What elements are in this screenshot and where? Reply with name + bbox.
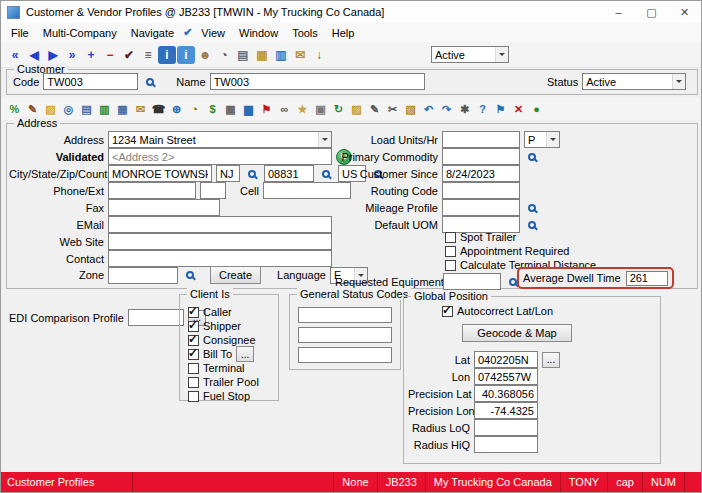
copy-icon[interactable]: ▦ [253, 46, 271, 64]
fax-input[interactable] [108, 199, 220, 216]
load-units-unit-select[interactable]: P [524, 131, 560, 148]
add-contact-icon[interactable]: ☻ [196, 46, 214, 64]
percent-icon[interactable]: % [6, 101, 23, 118]
delete-record-icon[interactable]: − [101, 46, 119, 64]
last-record-icon[interactable]: » [63, 46, 81, 64]
terminal-checkbox[interactable]: Terminal [188, 361, 276, 375]
paste-icon[interactable]: ▧ [402, 101, 419, 118]
settings-icon[interactable]: ✱ [456, 101, 473, 118]
shipper-checkbox[interactable]: Shipper [188, 319, 276, 333]
customer-since-input[interactable] [442, 165, 520, 182]
phone-ext-input[interactable] [200, 182, 226, 199]
name-input[interactable] [210, 73, 425, 90]
prev-record-icon[interactable]: ◀ [25, 46, 43, 64]
phone-input[interactable] [108, 182, 196, 199]
bill-to-checkbox[interactable]: Bill To ... [188, 347, 276, 361]
signature-icon[interactable]: ✎ [24, 101, 41, 118]
email-input[interactable] [108, 216, 332, 233]
contact-input[interactable] [108, 250, 332, 267]
menu-file[interactable]: File [4, 25, 36, 41]
list-icon[interactable]: ≡ [139, 46, 157, 64]
checkbox[interactable] [188, 391, 199, 402]
menu-help[interactable]: Help [325, 25, 362, 41]
maximize-button[interactable]: ▢ [635, 1, 668, 23]
zone-input[interactable] [108, 267, 178, 284]
close-button[interactable]: ✕ [668, 1, 701, 23]
checkbox[interactable] [188, 335, 199, 346]
info-icon[interactable]: i [158, 46, 176, 64]
globe-icon[interactable]: ⊕ [168, 101, 185, 118]
edi-comparison-input[interactable] [128, 309, 184, 326]
autocorrect-latlon-checkbox[interactable]: Autocorrect Lat/Lon [442, 305, 553, 317]
lock-icon[interactable]: ▣ [312, 101, 329, 118]
zip-input[interactable] [264, 165, 314, 182]
cut-icon[interactable]: ✂ [384, 101, 401, 118]
checkbox[interactable] [445, 260, 456, 271]
checkbox[interactable] [445, 232, 456, 243]
bill-to-ellipsis-button[interactable]: ... [236, 346, 254, 362]
menu-window[interactable]: Window [232, 25, 285, 41]
precision-lon-input[interactable] [474, 402, 538, 419]
mileage-profile-lookup-icon[interactable] [524, 200, 540, 216]
radius-loq-input[interactable] [474, 419, 538, 436]
record-status-filter[interactable]: Active [431, 46, 509, 63]
default-uom-lookup-icon[interactable] [524, 217, 540, 233]
export-icon[interactable]: ↓ [310, 46, 328, 64]
save-record-icon[interactable]: ✔ [120, 46, 138, 64]
load-units-input[interactable] [442, 131, 520, 148]
lat-ellipsis-button[interactable]: ... [542, 352, 560, 368]
state-input[interactable] [216, 165, 240, 182]
code-input[interactable] [43, 73, 138, 90]
checkbox[interactable] [445, 246, 456, 257]
radius-hiq-input[interactable] [474, 436, 538, 453]
ledger-icon[interactable]: ▥ [96, 101, 113, 118]
address-select[interactable]: 1234 Main Street [108, 131, 332, 148]
primary-commodity-input[interactable] [442, 148, 520, 165]
lon-input[interactable] [474, 368, 538, 385]
link-icon[interactable]: ∞ [276, 101, 293, 118]
lat-input[interactable] [474, 351, 538, 368]
phone-icon[interactable]: ☎ [150, 101, 167, 118]
clock-icon[interactable]: ◔ [186, 101, 203, 118]
redo-icon[interactable]: ↷ [438, 101, 455, 118]
general-status-field-3[interactable] [298, 347, 392, 363]
status-dot-icon[interactable]: ● [528, 101, 545, 118]
general-status-field-2[interactable] [298, 327, 392, 343]
address2-input[interactable] [108, 148, 332, 165]
general-status-field-1[interactable] [298, 307, 392, 323]
mail-icon[interactable]: ✉ [291, 46, 309, 64]
spot-trailer-checkbox[interactable]: Spot Trailer [445, 231, 516, 243]
checkbox[interactable] [188, 307, 199, 318]
checkbox[interactable] [188, 377, 199, 388]
zip-lookup-icon[interactable] [318, 166, 334, 182]
folders-icon[interactable]: ▨ [348, 101, 365, 118]
table-icon[interactable]: ▦ [114, 101, 131, 118]
menu-check-icon[interactable]: ✔ [181, 24, 194, 41]
city-input[interactable] [108, 165, 212, 182]
menu-tools[interactable]: Tools [285, 25, 325, 41]
first-record-icon[interactable]: « [6, 46, 24, 64]
folder-open-icon[interactable]: ▨ [42, 101, 59, 118]
caller-checkbox[interactable]: Caller [188, 305, 276, 319]
checkbox[interactable] [188, 363, 199, 374]
code-lookup-icon[interactable] [142, 74, 158, 90]
fuel-stop-checkbox[interactable]: Fuel Stop [188, 389, 276, 403]
document-icon[interactable]: ▤ [78, 101, 95, 118]
primary-commodity-lookup-icon[interactable] [524, 149, 540, 165]
notes-icon[interactable]: ▥ [272, 46, 290, 64]
refresh-icon[interactable]: ↻ [330, 101, 347, 118]
add-record-icon[interactable]: + [82, 46, 100, 64]
precision-lat-input[interactable] [474, 385, 538, 402]
menu-view[interactable]: View [194, 25, 232, 41]
checkbox[interactable] [188, 321, 199, 332]
chart-icon[interactable]: ▆ [240, 101, 257, 118]
menu-navigate[interactable]: Navigate [124, 25, 181, 41]
menu-multi-company[interactable]: Multi-Company [36, 25, 124, 41]
routing-code-input[interactable] [442, 182, 520, 199]
next-record-icon[interactable]: ▶ [44, 46, 62, 64]
edit-icon[interactable]: ✎ [366, 101, 383, 118]
website-input[interactable] [108, 233, 332, 250]
average-dwell-input[interactable] [626, 271, 668, 286]
clock-icon[interactable]: ◔ [215, 46, 233, 64]
consignee-checkbox[interactable]: Consignee [188, 333, 276, 347]
